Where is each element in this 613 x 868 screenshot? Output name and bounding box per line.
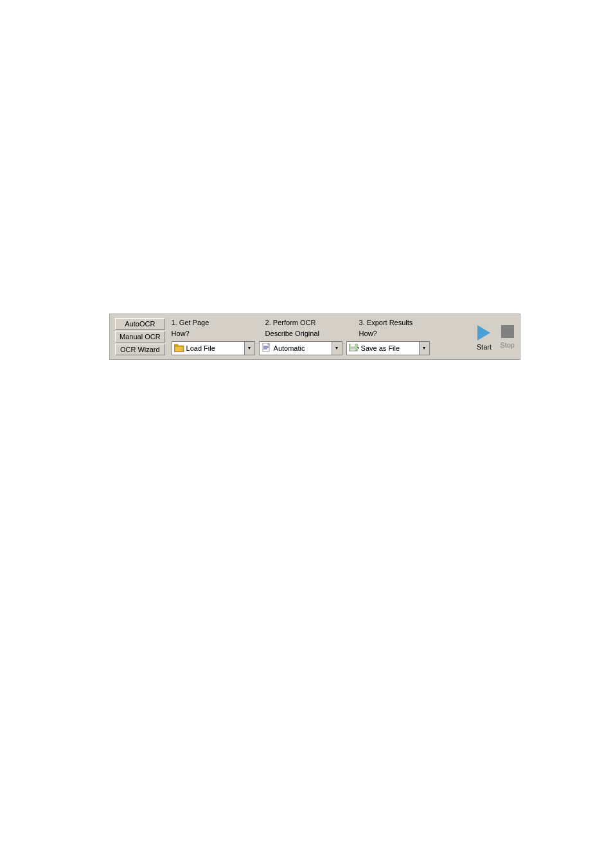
step3-dropdown[interactable]: Save as File — [346, 341, 430, 355]
step1-dropdown[interactable]: Load File — [172, 341, 255, 355]
dropdowns-row: Load File Automa — [172, 341, 470, 355]
action-buttons: Start Stop — [474, 323, 515, 351]
manual-ocr-button[interactable]: Manual OCR — [115, 331, 165, 342]
step3-header: 3. Export Results — [359, 319, 449, 327]
ocr-wizard-button[interactable]: OCR Wizard — [115, 344, 165, 355]
svg-rect-9 — [350, 344, 355, 347]
step3-subtitle: How? — [359, 330, 449, 337]
step2-subtitle: Describe Original — [265, 330, 355, 337]
start-button[interactable] — [474, 323, 493, 342]
step3-dropdown-text: Save as File — [360, 344, 419, 352]
start-label: Start — [477, 343, 492, 351]
step3-dropdown-arrow[interactable] — [419, 342, 429, 355]
step2-dropdown[interactable]: Automatic — [259, 341, 342, 355]
step3-dropdown-wrapper: Save as File — [346, 341, 430, 355]
mode-buttons-group: AutoOCR Manual OCR OCR Wizard — [115, 318, 165, 355]
save-icon — [348, 343, 360, 353]
play-icon — [477, 325, 490, 341]
step1-header: 1. Get Page — [172, 319, 262, 327]
stop-label: Stop — [500, 341, 515, 349]
step1-subtitle: How? — [172, 330, 262, 337]
svg-rect-10 — [350, 348, 356, 351]
step3-sub-col: How? — [359, 330, 449, 339]
step3-title: 3. Export Results — [359, 319, 449, 326]
folder-icon — [173, 343, 185, 353]
step1-sub-col: How? — [172, 330, 262, 339]
auto-ocr-button[interactable]: AutoOCR — [115, 318, 165, 330]
step2-dropdown-arrow[interactable] — [332, 342, 342, 355]
step1-dropdown-wrapper: Load File — [172, 341, 255, 355]
stop-area: Stop — [500, 325, 515, 349]
step2-title: 2. Perform OCR — [265, 319, 355, 326]
step2-sub-col: Describe Original — [265, 330, 355, 339]
svg-rect-1 — [174, 344, 178, 346]
document-icon — [261, 343, 272, 353]
step2-dropdown-text: Automatic — [272, 344, 332, 352]
steps-header: 1. Get Page 2. Perform OCR 3. Export Res… — [172, 319, 470, 327]
svg-rect-2 — [175, 346, 183, 351]
step2-dropdown-wrapper: Automatic — [259, 341, 342, 355]
step1-dropdown-text: Load File — [185, 344, 244, 352]
stop-button[interactable] — [501, 325, 514, 338]
steps-area: 1. Get Page 2. Perform OCR 3. Export Res… — [172, 319, 470, 355]
step1-title: 1. Get Page — [172, 319, 262, 326]
ocr-toolbar: AutoOCR Manual OCR OCR Wizard 1. Get Pag… — [109, 314, 520, 360]
steps-subtitles: How? Describe Original How? — [172, 330, 470, 339]
step2-header: 2. Perform OCR — [265, 319, 355, 327]
step1-dropdown-arrow[interactable] — [244, 342, 254, 355]
start-area: Start — [474, 323, 493, 351]
